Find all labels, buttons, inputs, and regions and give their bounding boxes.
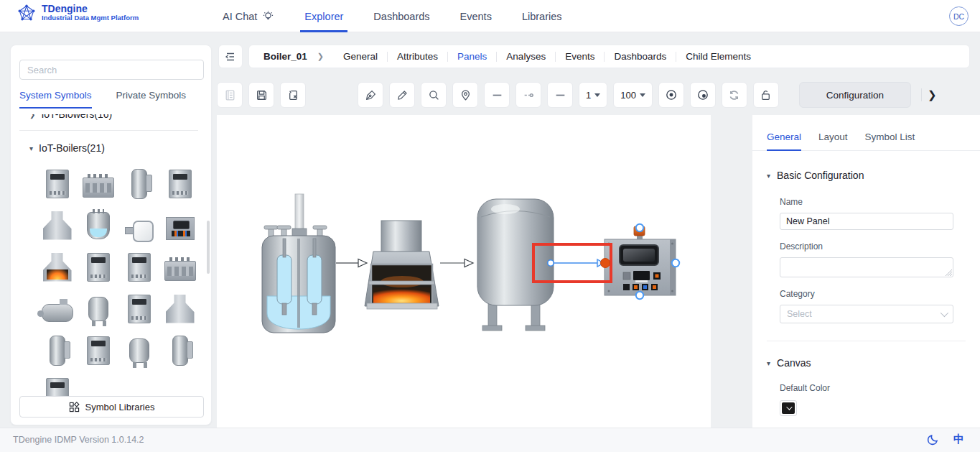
- symbol-thumbnail[interactable]: [40, 375, 74, 397]
- flow-arrow-2[interactable]: [440, 259, 473, 267]
- symbol-list-scroll-area[interactable]: ❯ IoT-Blowers(16) ▾ IoT-Boilers(21): [11, 114, 207, 397]
- connector-tool-button[interactable]: [515, 82, 541, 108]
- name-label: Name: [752, 197, 980, 207]
- tab-analyses[interactable]: Analyses: [497, 51, 555, 62]
- save-icon: [256, 89, 268, 101]
- tab-private-symbols[interactable]: Private Symbols: [116, 90, 187, 109]
- name-input[interactable]: [780, 213, 953, 230]
- symbol-thumbnail[interactable]: [81, 333, 115, 367]
- nav-item-libraries[interactable]: Libraries: [522, 0, 562, 32]
- connector-end-handle[interactable]: [601, 259, 610, 268]
- breadcrumb-root[interactable]: Boiler_01: [263, 51, 307, 62]
- connection-handle-bottom[interactable]: [636, 292, 643, 299]
- symbol-thumbnail[interactable]: [81, 167, 115, 200]
- tab-dashboards[interactable]: Dashboards: [605, 51, 676, 62]
- inspector-tab-layout[interactable]: Layout: [818, 132, 848, 150]
- radio-point-button[interactable]: [658, 82, 684, 108]
- connection-handle-right[interactable]: [672, 259, 679, 267]
- clear-canvas-button[interactable]: [280, 82, 306, 108]
- symbol-equipment-icon: [42, 304, 73, 322]
- storage-tank-symbol[interactable]: [477, 199, 554, 331]
- group-iot-blowers[interactable]: ❯ IoT-Blowers(16): [11, 114, 207, 123]
- symbol-thumbnail[interactable]: [163, 250, 197, 284]
- polyline-tool-button[interactable]: [547, 82, 573, 108]
- symbol-thumbnail[interactable]: [163, 208, 197, 242]
- configuration-button[interactable]: Configuration: [799, 82, 911, 108]
- connector-start-handle[interactable]: [548, 260, 554, 266]
- inspector-tab-general[interactable]: General: [767, 132, 801, 151]
- symbol-thumbnail[interactable]: [122, 208, 156, 242]
- symbol-equipment-icon: [125, 221, 154, 239]
- symbol-libraries-button[interactable]: Symbol Libraries: [19, 396, 204, 418]
- nav-item-ai-chat[interactable]: AI Chat: [223, 0, 274, 32]
- chevron-down-icon: ▾: [767, 172, 770, 180]
- symbol-thumbnail[interactable]: [163, 333, 197, 367]
- dark-mode-moon-icon[interactable]: [927, 433, 939, 446]
- symbol-thumbnail[interactable]: [81, 250, 115, 284]
- inspector-tab-symbol-list[interactable]: Symbol List: [865, 132, 915, 150]
- symbol-thumbnail[interactable]: [40, 208, 74, 242]
- zoom-search-button[interactable]: [421, 82, 447, 108]
- symbol-thumbnail[interactable]: [122, 250, 156, 284]
- symbol-search-input[interactable]: [19, 60, 204, 80]
- symbol-thumbnail[interactable]: [163, 292, 197, 326]
- tab-panels[interactable]: Panels: [448, 51, 496, 62]
- location-pin-button[interactable]: [452, 82, 478, 108]
- caret-down-icon: [640, 93, 645, 97]
- save-button[interactable]: [248, 82, 274, 108]
- tab-general[interactable]: General: [334, 51, 387, 62]
- user-avatar[interactable]: DC: [949, 6, 969, 26]
- symbol-thumbnail[interactable]: [40, 250, 74, 284]
- reactor-vessel-symbol[interactable]: [262, 194, 335, 333]
- default-color-picker[interactable]: [780, 400, 797, 416]
- nav-item-events[interactable]: Events: [460, 0, 492, 32]
- symbol-thumbnail[interactable]: [163, 167, 197, 200]
- refresh-button[interactable]: [722, 82, 747, 108]
- panel-list-button[interactable]: [217, 82, 243, 108]
- unlock-button[interactable]: [753, 82, 779, 108]
- symbol-thumbnail[interactable]: [122, 167, 156, 200]
- category-select[interactable]: Select: [780, 305, 953, 323]
- nav-item-explorer[interactable]: Explorer: [304, 0, 343, 32]
- line-tool-button[interactable]: [484, 82, 510, 108]
- connection-handle-top[interactable]: [636, 224, 643, 231]
- pen-tool-button[interactable]: [358, 82, 383, 108]
- canvas-section-header[interactable]: ▾ Canvas: [752, 357, 980, 369]
- selected-connector-line[interactable]: [548, 259, 610, 268]
- symbol-thumbnail[interactable]: [40, 167, 74, 200]
- group-iot-boilers[interactable]: ▾ IoT-Boilers(21): [11, 139, 207, 157]
- language-toggle[interactable]: 中: [953, 433, 964, 446]
- expand-toolbar-chevron-icon[interactable]: ❯: [928, 88, 937, 101]
- brand-logo[interactable]: TDengine Industrial Data Mgmt Platform: [17, 4, 139, 22]
- nav-item-dashboards[interactable]: Dashboards: [373, 0, 429, 32]
- symbol-equipment-icon: [164, 261, 196, 281]
- stroke-width-select[interactable]: 1: [579, 82, 607, 108]
- symbol-thumbnail[interactable]: [40, 292, 74, 326]
- tab-events[interactable]: Events: [556, 51, 604, 62]
- tab-child-elements[interactable]: Child Elements: [676, 51, 760, 62]
- symbol-grid: [11, 157, 207, 397]
- symbol-thumbnail[interactable]: [40, 333, 74, 367]
- sidebar-scrollbar[interactable]: [207, 221, 210, 274]
- pencil-button[interactable]: [389, 82, 415, 108]
- focus-point-button[interactable]: [690, 82, 716, 108]
- symbol-thumbnail[interactable]: [122, 292, 156, 326]
- basic-configuration-section-header[interactable]: ▾ Basic Configuration: [752, 170, 980, 181]
- symbol-equipment-icon: [88, 297, 108, 321]
- description-textarea[interactable]: [780, 257, 953, 277]
- symbol-thumbnail[interactable]: [81, 292, 115, 326]
- tab-system-symbols[interactable]: System Symbols: [19, 90, 92, 109]
- furnace-symbol[interactable]: [365, 221, 439, 309]
- flow-arrow-1[interactable]: [336, 259, 367, 267]
- symbol-thumbnail[interactable]: [81, 208, 115, 242]
- panel-canvas[interactable]: [217, 115, 711, 428]
- symbol-equipment-icon: [166, 217, 195, 240]
- symbol-equipment-icon: [87, 336, 110, 365]
- focus-point-icon: [696, 88, 709, 101]
- zoom-level-select[interactable]: 100: [613, 82, 653, 108]
- tab-attributes[interactable]: Attributes: [388, 51, 447, 62]
- resize-grip-icon[interactable]: [945, 269, 952, 276]
- control-panel-symbol[interactable]: [605, 226, 676, 295]
- collapse-tree-button[interactable]: [218, 45, 243, 68]
- symbol-thumbnail[interactable]: [122, 333, 156, 367]
